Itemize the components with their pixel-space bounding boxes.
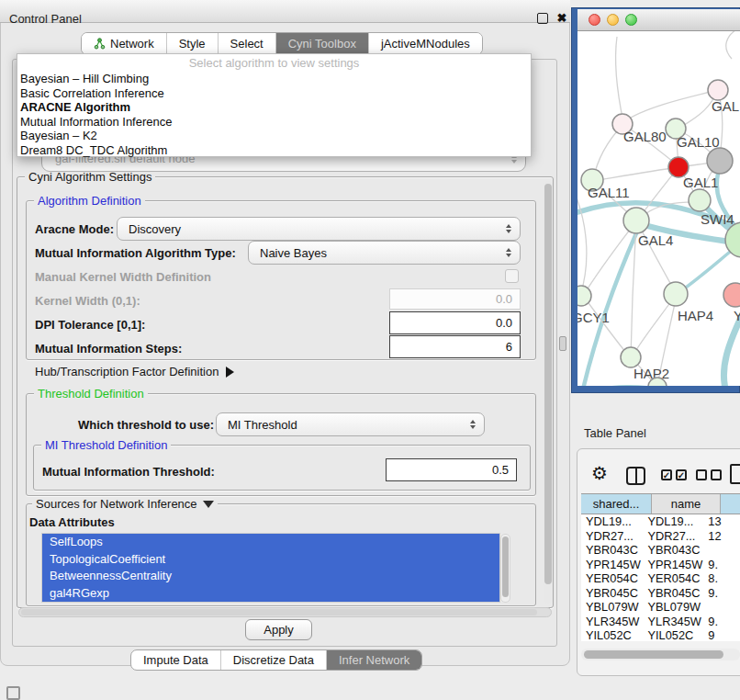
bottom-tab-infer-network[interactable]: Infer Network	[327, 650, 421, 670]
node-label-gal11: GAL11	[588, 185, 630, 200]
table-row[interactable]: YBR045CYBR045C9.	[581, 586, 740, 601]
hub-section-toggle[interactable]: Hub/Transcription Factor Definition	[35, 365, 234, 379]
which-threshold-combo[interactable]: MI Threshold	[216, 412, 485, 436]
table-horizontal-scrollbar[interactable]	[581, 649, 740, 660]
mi-threshold-title: MI Threshold Definition	[41, 438, 171, 453]
attributes-scrollbar[interactable]	[500, 534, 510, 603]
table-cell: YBR043C	[581, 543, 644, 558]
table-row[interactable]: YLR345WYLR345W9.	[581, 615, 740, 629]
table-cell: 13	[703, 514, 740, 529]
close-traffic-light-icon[interactable]	[589, 14, 600, 26]
kernel-width-field[interactable]: 0.0	[389, 288, 521, 310]
network-canvas[interactable]: GALGAL80GAL10GAL11GAL1GAL4SWI4GCY1HAP4YH…	[577, 31, 740, 386]
algorithm-option-basic-correlation-inference[interactable]: Basic Correlation Inference	[17, 86, 531, 101]
aracne-mode-combo[interactable]: Discovery	[117, 217, 521, 241]
sources-title: Sources for Network Inference	[36, 497, 197, 511]
table-cell: YBR045C	[644, 586, 704, 601]
restore-panel-icon[interactable]	[6, 686, 20, 700]
minimize-traffic-light-icon[interactable]	[607, 14, 619, 26]
network-node-gcy1[interactable]	[577, 286, 591, 306]
algorithm-option-dream8-dc-tdc-algorithm[interactable]: Dream8 DC_TDC Algorithm	[17, 143, 531, 158]
mi-type-combo[interactable]: Naive Bayes	[248, 241, 521, 265]
table-header: shared...name	[581, 493, 740, 514]
table-cell: YIL052C	[644, 628, 704, 641]
manual-kernel-label: Manual Kernel Width Definition	[35, 270, 211, 285]
tab-network[interactable]: Network	[82, 33, 167, 54]
table-cell: YER054C	[581, 571, 644, 586]
bottom-tab-impute-data[interactable]: Impute Data	[131, 650, 221, 670]
checked-boxes-icon[interactable]: ✓✓	[661, 469, 687, 480]
settings-gear-icon[interactable]: ⚙	[591, 462, 608, 484]
network-node-hap2[interactable]	[621, 347, 641, 367]
control-panel-tab-bar: NetworkStyleSelectCyni ToolboxjActiveMNo…	[81, 32, 483, 55]
node-label-gcy1: GCY1	[577, 310, 610, 325]
dpi-tolerance-field[interactable]: 0.0	[389, 311, 521, 334]
table-cell: 8.	[703, 571, 740, 586]
settings-scrollbar[interactable]	[544, 181, 553, 604]
algorithm-option-bayesian-k2[interactable]: Bayesian – K2	[17, 129, 531, 143]
hub-section-label: Hub/Transcription Factor Definition	[35, 365, 219, 378]
tab-cyni-toolbox[interactable]: Cyni Toolbox	[276, 33, 369, 54]
algorithm-option-aracne-algorithm[interactable]: ARACNE Algorithm	[17, 100, 531, 115]
column-header-shared[interactable]: shared...	[581, 494, 652, 514]
table-row[interactable]: YDL19...YDL19...13	[581, 514, 740, 529]
attribute-item-topologicalcoefficient[interactable]: TopologicalCoefficient	[42, 551, 499, 569]
table-cell	[703, 543, 740, 558]
tab-select[interactable]: Select	[219, 33, 276, 54]
algorithm-option-bayesian-hill-climbing[interactable]: Bayesian – Hill Climbing	[17, 72, 531, 86]
attribute-item-betweennesscentrality[interactable]: BetweennessCentrality	[42, 568, 499, 585]
algorithm-definition-title: Algorithm Definition	[34, 194, 145, 209]
mi-steps-field[interactable]: 6	[389, 335, 521, 358]
attribute-item-gal4rgexp[interactable]: gal4RGexp	[42, 585, 499, 603]
sources-title-row[interactable]: Sources for Network Inference	[32, 497, 218, 512]
table-rows: YDL19...YDL19...13YDR27...YDR27...12YBR0…	[581, 514, 740, 641]
algorithm-dropdown-popup: Select algorithm to view settings Bayesi…	[17, 53, 532, 157]
mi-type-value: Naive Bayes	[260, 242, 327, 264]
table-cell: YBL079W	[581, 600, 644, 615]
float-window-icon[interactable]	[537, 13, 548, 24]
network-node-hap4[interactable]	[664, 282, 688, 306]
unchecked-boxes-icon[interactable]	[696, 469, 722, 480]
network-node-gal4[interactable]	[623, 208, 649, 233]
columns-icon[interactable]	[626, 467, 645, 485]
node-label-y: Y	[734, 308, 740, 323]
tab-style[interactable]: Style	[167, 33, 219, 54]
algorithm-option-mutual-information-inference[interactable]: Mutual Information Inference	[17, 115, 531, 130]
network-node-y[interactable]	[723, 283, 740, 307]
table-cell: 9	[703, 628, 740, 641]
mi-threshold-field[interactable]: 0.5	[386, 458, 517, 481]
table-row[interactable]: YDR27...YDR27...12	[581, 529, 740, 544]
tab-label: Cyni Toolbox	[288, 37, 356, 51]
close-icon[interactable]: ✖	[555, 10, 569, 27]
table-cell: YDR27...	[644, 529, 704, 544]
table-row[interactable]: YBL079WYBL079W	[581, 600, 740, 615]
table-row[interactable]: YPR145WYPR145W9.	[581, 558, 740, 572]
zoom-traffic-light-icon[interactable]	[625, 14, 637, 26]
table-cell: YPR145W	[581, 558, 644, 572]
table-row[interactable]: YIL052CYIL052C9	[581, 628, 740, 641]
tab-jactivemnodules[interactable]: jActiveMNodules	[369, 33, 482, 54]
column-header-2[interactable]	[721, 494, 740, 514]
apply-button[interactable]: Apply	[245, 619, 312, 640]
attribute-item-selfloops[interactable]: SelfLoops	[42, 534, 499, 551]
document-icon[interactable]	[730, 464, 740, 484]
network-node-gal[interactable]	[708, 80, 728, 100]
algorithm-dropdown-list: Bayesian – Hill ClimbingBasic Correlatio…	[17, 72, 531, 158]
column-header-name[interactable]: name	[652, 494, 721, 514]
table-cell: YLR345W	[581, 615, 644, 629]
network-node-gal1[interactable]	[689, 189, 711, 211]
algorithm-dropdown-prompt: Select algorithm to view settings	[17, 54, 531, 72]
manual-kernel-checkbox[interactable]	[505, 269, 519, 283]
table-panel-title: Table Panel	[584, 425, 646, 441]
table-row[interactable]: YBR043CYBR043C	[581, 543, 740, 558]
which-threshold-value: MI Threshold	[228, 413, 297, 435]
panel-divider-handle[interactable]	[559, 336, 566, 351]
table-cell: YER054C	[644, 571, 704, 586]
settings-horizontal-scrollbar[interactable]	[18, 607, 552, 617]
network-icon	[94, 38, 106, 50]
table-row[interactable]: YER054CYER054C8.	[581, 571, 740, 586]
network-node[interactable]	[707, 148, 733, 174]
kernel-width-label: Kernel Width (0,1):	[35, 294, 140, 309]
tab-label: Style	[179, 37, 206, 51]
bottom-tab-discretize-data[interactable]: Discretize Data	[221, 650, 327, 670]
